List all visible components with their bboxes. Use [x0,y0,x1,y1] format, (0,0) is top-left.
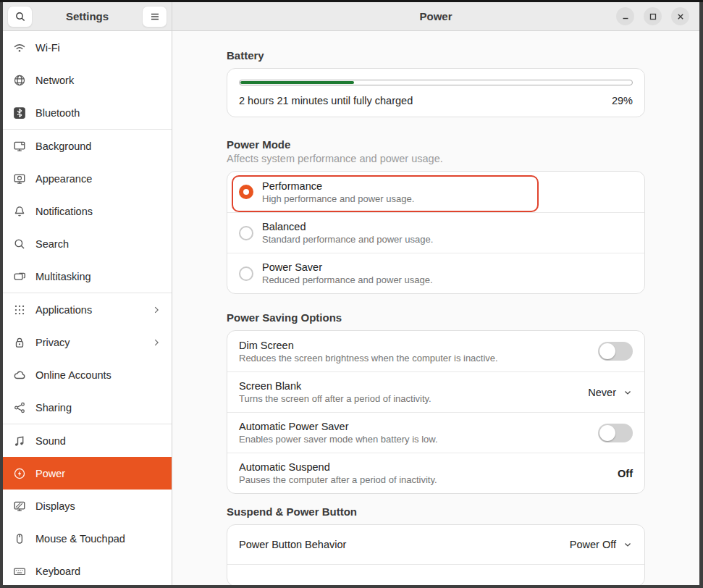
cloud-icon [13,369,26,382]
option-title: Balanced [262,221,433,232]
settings-window: Settings Power Wi-Fi Network [3,2,699,585]
row-title: Automatic Power Saver [239,421,438,432]
sidebar-item-displays[interactable]: Displays [3,490,172,522]
sidebar-item-sound[interactable]: Sound [3,424,172,457]
option-subtitle: Standard performance and power usage. [262,234,433,245]
sidebar-item-applications[interactable]: Applications [3,293,172,326]
dropdown-value: Power Off [570,539,616,550]
menu-button[interactable] [142,6,167,28]
sidebar-item-label: Multitasking [35,271,91,282]
row-title: Screen Blank [239,380,432,392]
keyboard-icon [13,565,26,578]
sidebar-item-label: Mouse & Touchpad [35,533,125,545]
sidebar-item-label: Displays [35,500,75,512]
wifi-icon [13,41,26,54]
sidebar-item-label: Wi-Fi [35,42,60,54]
sidebar-item-label: Network [35,75,74,86]
maximize-icon [648,12,658,22]
power-mode-card: Performance High performance and power u… [227,171,645,294]
automatic-suspend-value: Off [618,468,633,479]
sidebar-header: Settings [3,2,172,31]
row-automatic-power-saver: Automatic Power Saver Enables power save… [227,412,644,453]
battery-percent: 29% [612,95,633,106]
sidebar-item-sharing[interactable]: Sharing [3,391,172,424]
appearance-icon [13,172,26,185]
search-button[interactable] [7,6,33,28]
sidebar-item-network[interactable]: Network [3,64,172,96]
power-mode-option-balanced[interactable]: Balanced Standard performance and power … [227,212,644,253]
sidebar-item-label: Applications [35,304,92,316]
automatic-power-saver-toggle[interactable] [598,424,633,442]
sidebar-item-background[interactable]: Background [3,130,172,162]
sidebar-item-bluetooth[interactable]: Bluetooth [3,96,172,129]
radio-unselected-icon[interactable] [239,266,253,281]
battery-status-text: 2 hours 21 minutes until fully charged [239,95,413,106]
chevron-right-icon [151,337,161,348]
sidebar-item-mouse-touchpad[interactable]: Mouse & Touchpad [3,522,172,555]
sidebar-item-multitasking[interactable]: Multitasking [3,260,172,293]
option-subtitle: Reduced performance and power usage. [262,274,433,285]
mouse-icon [13,532,26,545]
music-note-icon [13,434,26,448]
row-dim-screen: Dim Screen Reduces the screen brightness… [227,331,644,371]
battery-card: 2 hours 21 minutes until fully charged 2… [227,68,645,117]
sidebar-item-privacy[interactable]: Privacy [3,326,172,358]
content-header: Power [172,2,699,31]
screen-blank-dropdown[interactable]: Never [588,387,633,398]
close-icon [675,12,686,22]
minimize-icon [620,12,631,22]
sidebar-item-search[interactable]: Search [3,227,172,260]
sidebar-item-label: Appearance [35,173,92,185]
row-power-button-behavior[interactable]: Power Button Behavior Power Off [227,525,644,564]
radio-selected-icon[interactable] [239,185,253,199]
toggle-knob [599,343,615,359]
sidebar-item-label: Power [35,468,65,479]
sidebar-item-label: Sound [35,435,66,447]
sidebar: Wi-Fi Network Bluetooth Background Appea… [3,31,172,585]
sidebar-item-notifications[interactable]: Notifications [3,195,172,227]
power-mode-section-title: Power Mode [227,138,645,151]
background-icon [13,140,26,153]
power-saving-card: Dim Screen Reduces the screen brightness… [227,330,645,494]
minimize-button[interactable] [616,7,634,25]
power-saving-section-title: Power Saving Options [227,311,645,324]
option-subtitle: High performance and power usage. [262,193,414,204]
sidebar-item-keyboard[interactable]: Keyboard [3,555,172,585]
row-subtitle: Turns the screen off after a period of i… [239,393,432,404]
sidebar-item-label: Online Accounts [35,369,111,381]
power-button-behavior-dropdown[interactable]: Power Off [570,539,633,550]
maximize-button[interactable] [644,7,662,25]
sidebar-item-label: Privacy [35,337,70,348]
power-mode-section-subtitle: Affects system performance and power usa… [227,153,645,164]
bluetooth-icon [13,106,26,119]
row-subtitle: Enables power saver mode when battery is… [239,434,438,445]
multitasking-icon [13,270,26,283]
option-title: Performance [262,180,414,192]
sidebar-item-appearance[interactable]: Appearance [3,162,172,195]
sidebar-item-label: Notifications [35,206,93,217]
radio-unselected-icon[interactable] [239,226,253,240]
displays-icon [13,500,26,513]
chevron-right-icon [151,305,161,315]
row-automatic-suspend[interactable]: Automatic Suspend Pauses the computer af… [227,453,644,493]
privacy-lock-icon [13,336,26,349]
dim-screen-toggle[interactable] [598,342,633,361]
close-button[interactable] [671,7,689,25]
chevron-down-icon [623,539,633,550]
row-screen-blank[interactable]: Screen Blank Turns the screen off after … [227,371,644,412]
battery-progress-track [239,80,633,85]
applications-icon [13,303,26,316]
sidebar-item-power[interactable]: Power [3,457,172,490]
power-mode-option-power-saver[interactable]: Power Saver Reduced performance and powe… [227,253,644,293]
sidebar-item-label: Search [35,238,69,250]
power-page: Battery 2 hours 21 minutes until fully c… [172,31,699,585]
notifications-icon [13,205,26,218]
sidebar-item-wifi[interactable]: Wi-Fi [3,31,172,64]
suspend-card: Power Button Behavior Power Off [227,524,645,585]
sidebar-item-online-accounts[interactable]: Online Accounts [3,358,172,391]
network-icon [13,74,26,87]
suspend-section-title: Suspend & Power Button [227,505,645,518]
search-icon [13,238,26,251]
toggle-knob [599,425,615,441]
power-mode-option-performance[interactable]: Performance High performance and power u… [227,172,644,212]
